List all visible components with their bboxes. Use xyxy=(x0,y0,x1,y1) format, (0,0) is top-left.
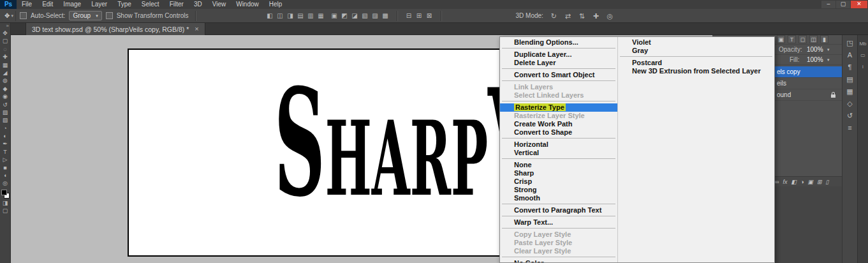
delete-layer-menu-item[interactable]: Delete Layer xyxy=(500,59,617,67)
horizontal-menu-item[interactable]: Horizontal xyxy=(500,140,617,149)
menu-edit[interactable]: Edit xyxy=(37,0,58,9)
lasso-tool[interactable]: ◌ xyxy=(0,45,10,53)
align-horizontal-centers-icon[interactable]: ◫ xyxy=(276,11,285,20)
3d-roll-icon[interactable]: ⇄ xyxy=(561,11,575,20)
menu-3d[interactable]: 3D xyxy=(189,0,207,9)
distribute-top-edges-icon[interactable]: ▣ xyxy=(330,11,339,20)
foreground-color-swatch[interactable] xyxy=(1,190,7,195)
mini-bridge-panel-icon[interactable]: Mb xyxy=(858,38,868,50)
distribute-left-edges-icon[interactable]: ▧ xyxy=(360,11,370,20)
paragraph-panel-icon[interactable]: ¶ xyxy=(842,61,857,73)
layer-mask-icon[interactable]: ◧ xyxy=(791,177,797,186)
auto-align-layers-icon[interactable]: ⊟ xyxy=(404,11,414,20)
blending-options-menu-item[interactable]: Blending Options... xyxy=(500,38,617,47)
photoshop-logo[interactable]: Ps xyxy=(0,0,17,9)
history-panel-icon[interactable]: ↺ xyxy=(842,110,857,122)
smooth-menu-item[interactable]: Smooth xyxy=(500,194,617,202)
clone-stamp-tool[interactable]: ◉ xyxy=(0,93,10,100)
postcard-menu-item[interactable]: Postcard xyxy=(618,59,774,67)
maximize-button[interactable]: ▢ xyxy=(836,1,850,8)
gradient-tool[interactable]: ▧ xyxy=(0,116,10,124)
layer-style-icon[interactable]: fx xyxy=(783,177,787,186)
no-color-menu-item[interactable]: No Color xyxy=(500,259,617,263)
channels-panel-icon[interactable]: ▦ xyxy=(842,86,857,98)
delete-layer-icon[interactable]: ▯ xyxy=(825,177,828,186)
convert-to-paragraph-text-menu-item[interactable]: Convert to Paragraph Text xyxy=(500,206,617,214)
blur-tool[interactable]: ◔ xyxy=(0,124,10,132)
new-layer-icon[interactable]: ⊞ xyxy=(817,177,822,186)
pen-tool[interactable]: ✒ xyxy=(0,140,10,147)
filter-pixel-layers-icon[interactable]: ▣ xyxy=(777,35,785,43)
sharp-menu-item[interactable]: Sharp xyxy=(500,169,617,177)
color-swatches[interactable] xyxy=(0,188,10,199)
auto-select-checkbox[interactable] xyxy=(20,12,27,19)
distribute-horizontal-centers-icon[interactable]: ▨ xyxy=(371,11,380,20)
filter-type-layers-icon[interactable]: T xyxy=(788,35,796,43)
dodge-tool[interactable]: ◐ xyxy=(0,132,10,140)
link-layers-icon[interactable]: ∞ xyxy=(775,177,779,186)
rasterize-type-menu-item[interactable]: Rasterize Type xyxy=(500,103,617,112)
fill-value[interactable]: 100% xyxy=(807,56,823,63)
show-transform-checkbox[interactable] xyxy=(106,12,113,19)
none-menu-item[interactable]: None xyxy=(500,161,617,169)
quick-mask-icon[interactable]: ◨ xyxy=(0,199,10,207)
current-tool-icon[interactable]: ✥ ▾ xyxy=(3,11,16,21)
document-tab[interactable]: 3D text show.psd @ 50% (SharpVeils copy,… xyxy=(26,23,205,35)
opacity-value[interactable]: 100% xyxy=(807,46,823,53)
type-tool[interactable]: T xyxy=(0,148,10,156)
screen-mode-icon[interactable]: ▢ xyxy=(0,207,10,214)
paths-panel-icon[interactable]: ◇ xyxy=(842,98,857,110)
crop-tool[interactable]: ▦ xyxy=(0,61,10,69)
layer-comps-panel-icon[interactable]: ▤ xyxy=(842,73,857,86)
zoom-tool[interactable]: ◎ xyxy=(0,179,10,187)
properties-panel-icon[interactable]: ≡ xyxy=(842,122,857,134)
distribute-right-edges-icon[interactable]: ▩ xyxy=(381,11,390,20)
crisp-menu-item[interactable]: Crisp xyxy=(500,177,617,186)
move-tool[interactable]: ✥ xyxy=(0,29,10,37)
tab-close-icon[interactable]: × xyxy=(195,26,198,33)
distribute-bottom-edges-icon[interactable]: ◪ xyxy=(350,11,360,20)
filter-shape-layers-icon[interactable]: ◻ xyxy=(798,35,807,43)
chevron-down-icon[interactable]: ▾ xyxy=(827,47,830,52)
3d-scale-icon[interactable]: ◎ xyxy=(603,11,617,20)
warp-text-menu-item[interactable]: Warp Text... xyxy=(500,218,617,227)
menu-help[interactable]: Help xyxy=(264,0,288,9)
history-brush-tool[interactable]: ↺ xyxy=(0,101,10,109)
tools-collapse-icon[interactable]: » xyxy=(0,23,10,29)
menu-type[interactable]: Type xyxy=(112,0,136,9)
3d-slide-icon[interactable]: ✚ xyxy=(589,11,603,20)
shape-tool[interactable]: ■ xyxy=(0,164,10,172)
brush-tool[interactable]: ◆ xyxy=(0,85,10,93)
menu-filter[interactable]: Filter xyxy=(165,0,189,9)
marquee-tool[interactable]: ▢ xyxy=(0,37,10,45)
filter-toggle-icon[interactable]: ▮ xyxy=(820,35,828,43)
menu-view[interactable]: View xyxy=(207,0,232,9)
vertical-menu-item[interactable]: Vertical xyxy=(500,149,617,157)
hand-tool[interactable]: ◖ xyxy=(0,172,10,179)
convert-to-shape-menu-item[interactable]: Convert to Shape xyxy=(500,128,617,137)
close-button[interactable]: ✕ xyxy=(851,1,867,8)
eyedropper-tool[interactable]: ◢ xyxy=(0,69,10,77)
character-panel-icon[interactable]: A xyxy=(842,49,857,61)
align-bottom-edges-icon[interactable]: ▦ xyxy=(316,11,326,20)
filter-smart-objects-icon[interactable]: ◫ xyxy=(809,35,818,43)
timeline-panel-icon[interactable]: ▭ xyxy=(858,50,868,61)
menu-file[interactable]: File xyxy=(17,0,37,9)
new-3d-extrusion-from-selected-layer-menu-item[interactable]: New 3D Extrusion from Selected Layer xyxy=(618,67,774,75)
quick-selection-tool[interactable]: ✚ xyxy=(0,53,10,61)
create-work-path-menu-item[interactable]: Create Work Path xyxy=(500,120,617,128)
align-left-edges-icon[interactable]: ◧ xyxy=(265,11,275,20)
3d-rotate-icon[interactable]: ↻ xyxy=(547,11,561,20)
align-top-edges-icon[interactable]: ▤ xyxy=(296,11,305,20)
eraser-tool[interactable]: ▨ xyxy=(0,109,10,116)
healing-brush-tool[interactable]: ◍ xyxy=(0,77,10,84)
adjustment-layer-icon[interactable]: ◑ xyxy=(800,177,804,186)
align-vertical-centers-icon[interactable]: ▥ xyxy=(306,11,316,20)
align-right-edges-icon[interactable]: ◨ xyxy=(286,11,295,20)
3d-panel-icon[interactable]: ◳ xyxy=(842,37,857,49)
convert-to-smart-object-menu-item[interactable]: Convert to Smart Object xyxy=(500,71,617,79)
violet-menu-item[interactable]: Violet xyxy=(618,38,774,47)
menu-select[interactable]: Select xyxy=(136,0,165,9)
strong-menu-item[interactable]: Strong xyxy=(500,186,617,194)
distribute-horizontal-spacing-icon[interactable]: ⊞ xyxy=(415,11,424,20)
